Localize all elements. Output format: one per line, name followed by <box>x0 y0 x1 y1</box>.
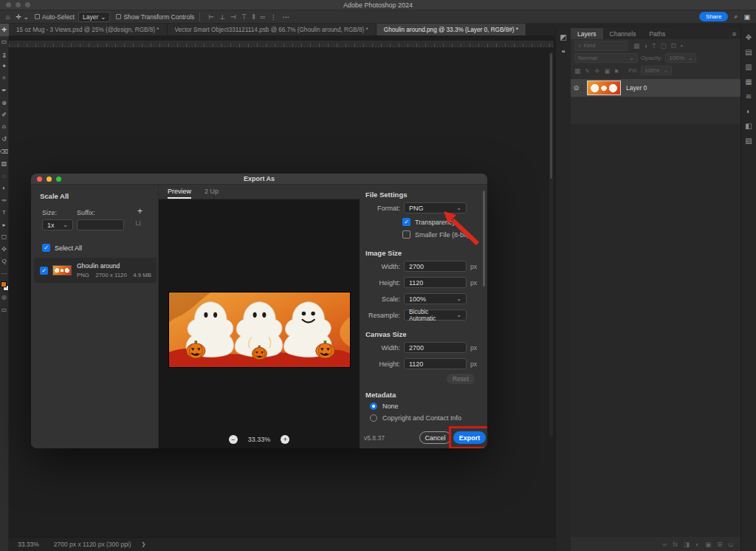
eraser-tool[interactable]: ⌫ <box>0 146 9 158</box>
adjustments-panel-icon[interactable]: ≋ <box>746 92 752 100</box>
channels-tab[interactable]: Channels <box>603 28 643 39</box>
lock-position-icon[interactable]: ✛ <box>594 67 599 75</box>
screen-mode-icon[interactable]: ▭ <box>0 304 9 316</box>
zoom-out-button[interactable]: − <box>229 435 238 444</box>
move-tool-preset-icon[interactable]: ✛ ⌄ <box>16 13 29 21</box>
healing-brush-tool[interactable]: ⊕ <box>0 97 9 109</box>
paths-tab[interactable]: Paths <box>642 28 672 39</box>
history-panel-icon[interactable]: ◩ <box>560 33 566 41</box>
metadata-copyright-radio[interactable]: Copyright and Contact Info <box>370 414 461 422</box>
swatches-panel-icon[interactable]: ▤ <box>745 48 752 56</box>
distribute-vertical-icon[interactable]: ═ <box>260 13 264 21</box>
doc-tab-3[interactable]: Ghoulin around.png @ 33.3% (Layer 0, RGB… <box>377 24 526 35</box>
two-up-tab[interactable]: 2 Up <box>205 185 219 199</box>
preview-tab[interactable]: Preview <box>168 185 191 199</box>
filter-shape-layers-icon[interactable]: ▢ <box>660 42 666 49</box>
crop-tool[interactable]: ⌗ <box>0 72 9 85</box>
lock-artboard-icon[interactable]: ▣ <box>604 67 610 75</box>
format-dropdown[interactable]: PNG ⌄ <box>404 202 467 213</box>
share-button[interactable]: Share <box>699 12 728 21</box>
file-checkbox[interactable]: ✓ <box>40 267 48 275</box>
gradient-tool[interactable]: ▧ <box>0 158 9 171</box>
zoom-tool[interactable]: Q <box>0 256 9 268</box>
delete-scale-icon[interactable]: ⊔ <box>135 219 141 227</box>
zoom-level-field[interactable]: 33.33% <box>15 540 42 549</box>
resample-dropdown[interactable]: Bicubic Automatic ⌄ <box>404 309 467 321</box>
scale-dropdown[interactable]: 100% ⌄ <box>404 293 467 304</box>
layer-row[interactable]: ⊙ Layer 0 <box>571 79 740 97</box>
layers-tab[interactable]: Layers <box>571 28 603 39</box>
type-tool[interactable]: T <box>0 207 9 219</box>
auto-select-target-dropdown[interactable]: Layer ⌄ <box>78 12 110 22</box>
gradients-panel-icon[interactable]: ▥ <box>745 63 752 71</box>
libraries-panel-icon[interactable]: ▧ <box>745 137 752 145</box>
layer-filter-search[interactable]: ⌕ Kind <box>574 41 628 51</box>
smaller-file-checkbox[interactable]: Smaller File (8-bit) <box>402 230 470 239</box>
move-tool[interactable]: ✛ <box>0 24 9 36</box>
export-file-item[interactable]: ✓ Ghoulin around PNG 2700 x 1120 4.9 MB <box>34 258 157 283</box>
workspace-switcher-icon[interactable]: ▣ <box>743 13 750 21</box>
brush-tool[interactable]: ✐ <box>0 109 9 122</box>
width-input[interactable]: 2700 <box>404 261 467 272</box>
quick-mask-icon[interactable]: ◎ <box>0 292 9 304</box>
color-panel-icon[interactable]: ✥ <box>746 33 752 41</box>
align-top-icon[interactable]: ⊤ <box>241 13 247 21</box>
filter-toggle-icon[interactable]: ▪ <box>681 42 683 49</box>
opacity-field[interactable]: 100% ⌄ <box>665 53 696 63</box>
auto-select-checkbox[interactable]: Auto-Select <box>35 13 75 21</box>
new-layer-icon[interactable]: ⊞ <box>717 541 722 548</box>
pen-tool[interactable]: ✑ <box>0 194 9 207</box>
adjustment-layer-icon[interactable]: ◐ <box>695 541 699 548</box>
distribute-horizontal-icon[interactable]: ‖ <box>252 13 255 21</box>
canvas-height-input[interactable]: 1120 <box>404 358 467 369</box>
show-transform-controls-checkbox[interactable]: Show Transform Controls <box>116 13 194 21</box>
size-dropdown[interactable]: 1x ⌄ <box>42 219 73 230</box>
filter-pixel-layers-icon[interactable]: ▦ <box>633 42 639 49</box>
clone-stamp-tool[interactable]: ⍝ <box>0 121 9 134</box>
align-right-icon[interactable]: ⊣ <box>230 13 236 21</box>
canvas-width-input[interactable]: 2700 <box>404 342 467 353</box>
comments-panel-icon[interactable]: ❝ <box>561 49 565 57</box>
transparency-checkbox[interactable]: ✓ Transparency <box>402 218 456 226</box>
distribute-spacing-icon[interactable]: ⋮ <box>270 13 277 21</box>
foreground-color-swatch[interactable] <box>1 281 7 287</box>
metadata-none-radio[interactable]: None <box>370 403 399 410</box>
lock-all-icon[interactable]: ■ <box>614 67 618 75</box>
navigator-panel-icon[interactable]: ◧ <box>745 122 752 130</box>
zoom-in-button[interactable]: + <box>281 435 289 444</box>
blend-mode-dropdown[interactable]: Normal ⌄ <box>574 53 638 63</box>
history-brush-tool[interactable]: ↺ <box>0 134 9 146</box>
histogram-panel-icon[interactable]: ◐ <box>746 107 751 115</box>
dodge-tool[interactable]: ◐ <box>0 182 9 195</box>
search-icon[interactable]: ⌕ <box>734 13 738 21</box>
height-input[interactable]: 1120 <box>404 277 467 288</box>
canvas-scrollbar[interactable] <box>549 52 553 436</box>
delete-layer-icon[interactable]: ⊔ <box>728 541 733 548</box>
panel-menu-icon[interactable]: ≡ <box>728 28 740 39</box>
document-info[interactable]: 2700 px x 1120 px (300 ppi) ❯ <box>49 540 151 549</box>
patterns-panel-icon[interactable]: ▦ <box>745 78 752 86</box>
hand-tool[interactable]: ✣ <box>0 243 9 256</box>
doc-tab-2[interactable]: Vector Smart Object331121114.psb @ 66.7%… <box>168 24 377 35</box>
home-icon[interactable]: ⌂ <box>6 13 10 21</box>
cancel-button[interactable]: Cancel <box>419 431 451 444</box>
doc-tab-1[interactable]: 15 oz Mug - 3 Views.psd @ 25% (@design, … <box>9 24 168 35</box>
layer-name[interactable]: Layer 0 <box>626 84 647 92</box>
lasso-tool[interactable]: ʓ <box>0 48 9 61</box>
layer-group-icon[interactable]: ▣ <box>705 541 711 548</box>
select-all-checkbox[interactable]: ✓ Select All <box>42 244 82 252</box>
settings-scrollbar[interactable] <box>483 191 485 287</box>
align-center-horizontal-icon[interactable]: ⊥ <box>219 13 225 21</box>
edit-toolbar-icon[interactable]: ⋯ <box>0 267 9 280</box>
scrollbar-thumb[interactable] <box>550 53 552 179</box>
shape-tool[interactable]: ▢ <box>0 231 9 244</box>
reset-button[interactable]: Reset <box>447 374 475 384</box>
add-scale-button[interactable]: + <box>137 206 142 216</box>
color-swatches[interactable] <box>0 281 9 292</box>
layer-thumbnail[interactable] <box>587 81 621 95</box>
fill-field[interactable]: 100% ⌄ <box>641 66 672 75</box>
path-selection-tool[interactable]: ▸ <box>0 219 9 231</box>
link-layers-icon[interactable]: ∞ <box>662 541 667 548</box>
blur-tool[interactable]: ◌ <box>0 170 9 182</box>
quick-selection-tool[interactable]: ✦ <box>0 61 9 73</box>
